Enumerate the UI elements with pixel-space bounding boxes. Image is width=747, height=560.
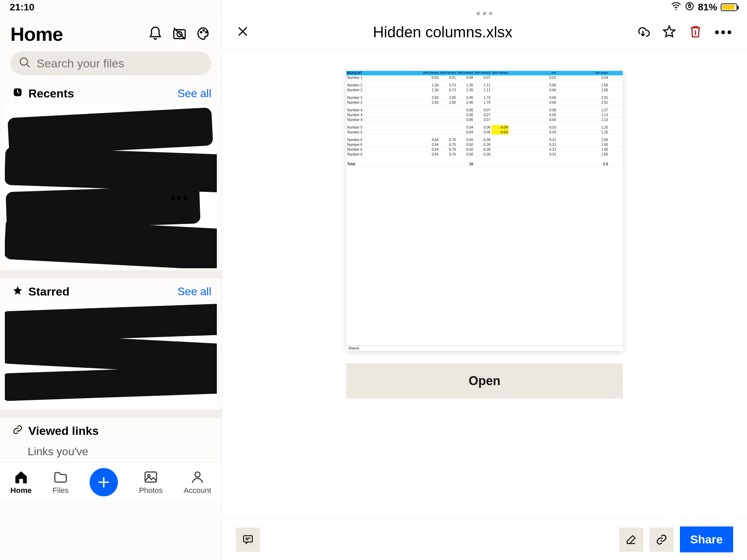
recents-label: Recents (28, 87, 74, 100)
page-title: Home (10, 23, 63, 45)
nav-account-label: Account (184, 486, 211, 495)
trash-icon[interactable] (688, 24, 703, 40)
palette-icon[interactable] (196, 26, 211, 43)
svg-point-5 (201, 31, 202, 33)
nav-home[interactable]: Home (10, 469, 31, 495)
sheet-tab: Shares (346, 345, 623, 351)
nav-files[interactable]: Files (53, 469, 68, 495)
file-more-icon[interactable]: ••• (170, 190, 189, 206)
sidebar-header: Home (0, 17, 222, 49)
file-title: Hidden columns.xlsx (250, 24, 636, 41)
orientation-lock-icon (685, 1, 694, 13)
file-bottom-bar: Share (222, 519, 747, 560)
spreadsheet-preview: BOUGHTEPS diluted FY19EPS diluted FY20EP… (346, 71, 623, 351)
notifications-icon[interactable] (148, 26, 163, 43)
star-icon[interactable] (662, 24, 676, 40)
clock: 21:10 (10, 2, 35, 13)
preview-area[interactable]: BOUGHTEPS diluted FY19EPS diluted FY20EP… (222, 50, 747, 519)
star-icon (12, 285, 23, 298)
wifi-icon (671, 1, 681, 14)
viewed-links-label: Viewed links (28, 424, 99, 438)
more-icon[interactable]: ••• (714, 29, 733, 36)
svg-rect-10 (145, 472, 157, 482)
nav-home-label: Home (10, 486, 31, 495)
nav-photos[interactable]: Photos (139, 469, 163, 495)
starred-see-all[interactable]: See all (177, 285, 211, 298)
starred-header: Starred See all (0, 279, 222, 302)
bottom-nav: Home Files Photos Account (0, 462, 222, 502)
edit-button[interactable] (619, 528, 643, 552)
nav-photos-label: Photos (139, 486, 163, 495)
battery-percent: 81% (698, 2, 717, 13)
sidebar: Home (0, 0, 222, 560)
svg-point-8 (20, 58, 28, 65)
starred-grid-redacted (5, 304, 217, 408)
viewed-links-header: Viewed links (0, 418, 222, 441)
copy-link-button[interactable] (649, 528, 674, 552)
recents-header: Recents See all (0, 81, 222, 104)
open-button[interactable]: Open (346, 363, 623, 399)
status-right: 81% (671, 1, 737, 14)
svg-rect-2 (689, 5, 691, 7)
search-icon (19, 56, 31, 70)
svg-point-6 (203, 30, 204, 31)
recents-see-all[interactable]: See all (177, 87, 211, 100)
starred-label: Starred (28, 285, 70, 298)
file-preview-pane: Hidden columns.xlsx ••• BOUGHTEPS dilute… (222, 0, 747, 560)
scan-icon[interactable] (172, 26, 187, 43)
nav-account[interactable]: Account (184, 469, 211, 495)
viewed-links-note: Links you've (0, 441, 222, 462)
nav-add-button[interactable] (90, 468, 118, 496)
comments-button[interactable] (236, 528, 260, 552)
share-button[interactable]: Share (680, 526, 734, 552)
battery-icon (721, 3, 737, 11)
recents-icon (12, 87, 23, 100)
search-box[interactable] (10, 52, 211, 75)
file-header: Hidden columns.xlsx ••• (222, 18, 747, 50)
svg-point-7 (206, 31, 207, 33)
search-input[interactable] (37, 57, 203, 70)
nav-files-label: Files (53, 486, 68, 495)
svg-rect-13 (243, 535, 252, 542)
download-icon[interactable] (636, 24, 650, 40)
close-button[interactable] (236, 25, 250, 40)
link-icon (12, 424, 23, 438)
svg-point-0 (675, 9, 677, 10)
recents-grid-redacted: ••• (5, 106, 217, 268)
svg-point-12 (195, 472, 200, 477)
status-bar: 21:10 81% (0, 0, 747, 15)
